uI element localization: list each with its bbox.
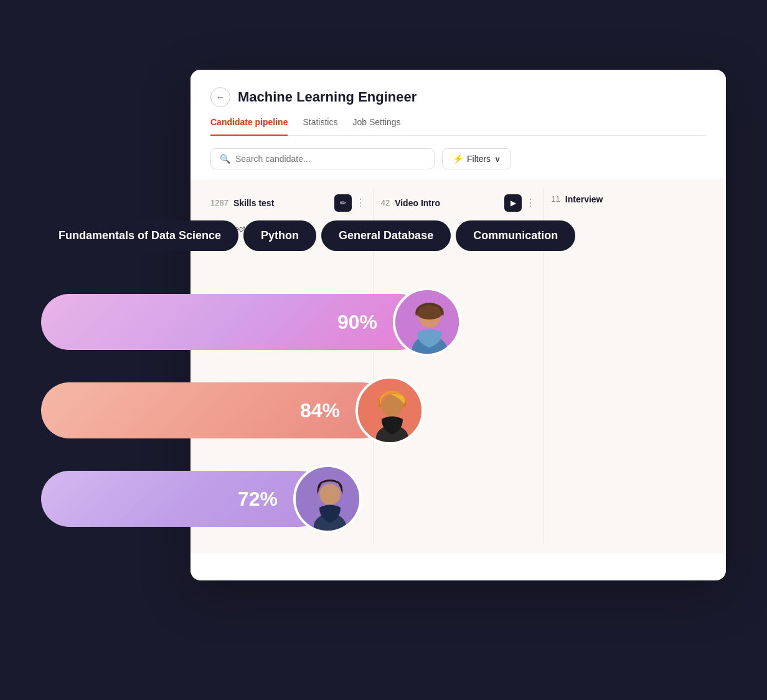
skill-tag-python[interactable]: Python [243,220,316,251]
header: ← Machine Learning Engineer Candidate pi… [191,70,726,136]
toolbar: 🔍 ⚡ Filters ∨ [191,148,726,179]
candidate-bar-2[interactable]: 84% [41,382,390,438]
search-icon: 🔍 [220,154,230,164]
tabs: Candidate pipeline Statistics Job Settin… [210,117,706,136]
candidates-area: 90% 84% [41,288,726,533]
candidate-bar-3[interactable]: 72% [41,471,327,527]
skills-test-more-icon[interactable]: ⋮ [355,197,365,209]
back-icon: ← [216,92,225,102]
candidate-row-3: 72% [41,465,726,533]
interview-count: 11 [551,194,560,204]
candidate-1-avatar [393,288,461,356]
video-intro-name: Video Intro [395,198,440,208]
svg-point-8 [319,484,341,505]
candidate-3-avatar [293,465,362,533]
search-input[interactable] [235,154,425,164]
candidate-3-percent: 72% [238,488,278,511]
filter-button[interactable]: ⚡ Filters ∨ [442,148,511,169]
interview-name: Interview [565,194,603,204]
candidate-bar-1[interactable]: 90% [41,294,427,350]
filter-icon: ⚡ [453,154,463,164]
video-intro-count: 42 [381,198,390,207]
filter-label: Filters [467,154,491,164]
back-button[interactable]: ← [210,87,230,107]
search-box[interactable]: 🔍 [210,148,435,169]
skill-tag-database[interactable]: General Database [321,220,451,251]
tab-statistics[interactable]: Statistics [303,117,337,136]
tab-candidate-pipeline[interactable]: Candidate pipeline [210,117,288,136]
candidate-row-2: 84% [41,376,726,445]
video-intro-more-icon[interactable]: ⋮ [525,197,535,209]
candidate-row-1: 90% [41,288,726,356]
skill-tag-communication[interactable]: Communication [456,220,575,251]
tab-job-settings[interactable]: Job Settings [352,117,400,136]
video-intro-icon[interactable]: ▶ [504,194,522,212]
scene: ← Machine Learning Engineer Candidate pi… [41,45,726,655]
skills-test-count: 1287 [210,198,228,207]
filter-chevron-icon: ∨ [494,154,501,164]
candidate-1-percent: 90% [337,311,377,334]
candidate-2-percent: 84% [300,399,340,422]
candidate-2-avatar [355,376,424,445]
skill-tags-row: Fundamentals of Data Science Python Gene… [41,220,726,251]
skills-test-name: Skills test [233,198,274,208]
header-top: ← Machine Learning Engineer [210,87,706,107]
job-title: Machine Learning Engineer [238,89,416,105]
skills-test-icon[interactable]: ✏ [334,194,352,212]
skill-tag-data-science[interactable]: Fundamentals of Data Science [41,220,238,251]
